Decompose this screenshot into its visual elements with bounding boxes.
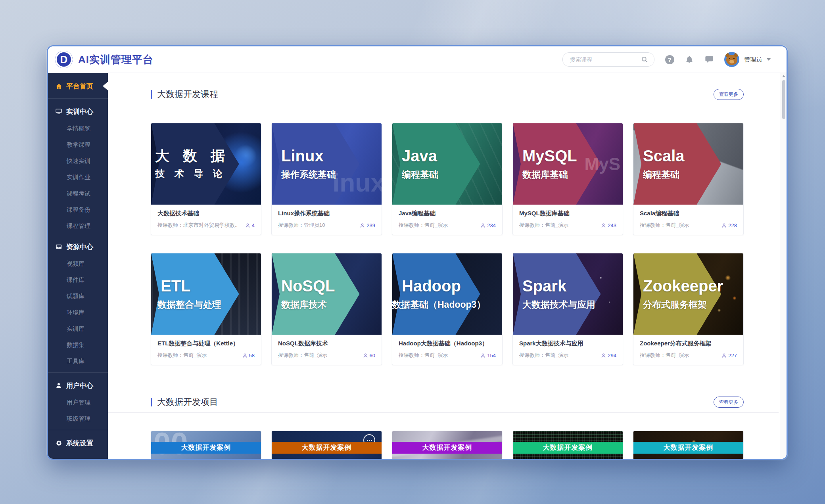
search-icon[interactable]: [640, 55, 649, 64]
project-card[interactable]: 大数据开发案例: [392, 431, 503, 459]
project-card[interactable]: 00 大数据开发案例: [151, 431, 261, 459]
sidebar-divider: [48, 372, 108, 373]
course-card[interactable]: Spark 大数据技术与应用 Spark大数据技术与应用 授课教师：售前_演示: [512, 253, 623, 365]
course-card[interactable]: Scala 编程基础 Scala编程基础 授课教师：售前_演示: [633, 123, 744, 235]
course-teacher: 授课教师：售前_演示: [640, 222, 689, 229]
sidebar-group-training-center[interactable]: 实训中心: [48, 103, 108, 120]
cover-subtitle: 大数据技术与应用: [522, 299, 623, 311]
search-box[interactable]: [562, 52, 654, 67]
sidebar-item-courseware-library[interactable]: 课件库: [48, 272, 108, 288]
cover-title: MySQL: [522, 147, 623, 165]
chevron-down-icon[interactable]: [767, 58, 771, 61]
course-card[interactable]: inux Linux 操作系统基础 Linux操作系统基础 授课: [271, 123, 382, 235]
sidebar-item-user-management[interactable]: 用户管理: [48, 394, 108, 410]
course-title[interactable]: Spark大数据技术与应用: [519, 340, 616, 347]
sidebar-item-training-library[interactable]: 实训库: [48, 320, 108, 337]
project-card[interactable]: 大数据开发案例: [271, 431, 382, 459]
sidebar-item-course-management[interactable]: 课程管理: [48, 218, 108, 234]
course-title[interactable]: MySQL数据库基础: [519, 210, 616, 217]
course-card[interactable]: Hadoop 大数据基础（Hadoop3） Hadoop大数据基础（Hadoop…: [392, 253, 503, 365]
user-avatar[interactable]: [724, 52, 739, 67]
search-input[interactable]: [569, 56, 640, 63]
course-card[interactable]: NoSQL 数据库技术 NoSQL数据库技术 授课教师：售前_演示: [271, 253, 382, 365]
count-value: 58: [249, 353, 255, 358]
cover-subtitle: 技 术 导 论: [155, 167, 261, 180]
course-title[interactable]: Linux操作系统基础: [278, 210, 375, 217]
course-student-count: 4: [245, 222, 255, 228]
view-more-projects-button[interactable]: 查看更多: [714, 397, 744, 408]
app-title: AI实训管理平台: [78, 53, 153, 67]
sidebar-item-teaching-courses[interactable]: 教学课程: [48, 136, 108, 153]
project-card[interactable]: 大数据开发案例: [633, 431, 744, 459]
course-meta: 授课教师：售前_演示 227: [640, 352, 737, 359]
course-card[interactable]: ETL 数据整合与处理 ETL数据整合与处理（Kettle） 授课教师：售前_演…: [151, 253, 261, 365]
browser-window: D AI实训管理平台 ?: [47, 45, 788, 460]
project-cover-image: 大数据开发案例: [513, 431, 623, 459]
project-card[interactable]: 大数据开发案例: [512, 431, 623, 459]
course-student-count: 228: [721, 222, 737, 228]
sidebar-item-datasets[interactable]: 数据集: [48, 337, 108, 353]
sidebar-divider: [48, 430, 108, 430]
sidebar-item-environment-library[interactable]: 环境库: [48, 304, 108, 320]
help-icon[interactable]: ?: [665, 55, 674, 64]
course-meta: 授课教师：售前_演示 60: [278, 352, 375, 359]
cover-text: Java 编程基础: [392, 123, 502, 205]
course-student-count: 60: [363, 353, 375, 358]
count-value: 227: [728, 353, 737, 358]
course-card[interactable]: Zookeeper 分布式服务框架 Zookeeper分布式服务框架 授课教师：…: [633, 253, 744, 365]
course-title[interactable]: Scala编程基础: [640, 210, 737, 217]
course-teacher: 授课教师：管理员10: [278, 222, 325, 229]
person-icon: [363, 353, 368, 358]
course-title[interactable]: Zookeeper分布式服务框架: [640, 340, 737, 347]
sidebar-item-tool-library[interactable]: 工具库: [48, 353, 108, 369]
vertical-scrollbar[interactable]: [781, 73, 787, 459]
course-teacher: 授课教师：售前_演示: [519, 352, 568, 359]
scrollbar-thumb[interactable]: [782, 80, 785, 119]
course-student-count: 58: [242, 353, 255, 358]
sidebar-item-training-homework[interactable]: 实训作业: [48, 169, 108, 185]
cover-subtitle: 操作系统基础: [281, 169, 382, 181]
app-logo-icon: D: [55, 51, 73, 68]
sidebar-group-resource-center[interactable]: 资源中心: [48, 238, 108, 255]
course-card-footer: Linux操作系统基础 授课教师：管理员10 239: [272, 205, 382, 235]
cover-text: Linux 操作系统基础: [272, 123, 382, 205]
course-title[interactable]: ETL数据整合与处理（Kettle）: [157, 340, 255, 347]
scroll-up-arrow-icon[interactable]: [782, 75, 785, 77]
sidebar-item-home[interactable]: 平台首页: [48, 77, 108, 95]
course-cover-image: Hadoop 大数据基础（Hadoop3）: [392, 253, 502, 335]
sidebar-item-course-exams[interactable]: 课程考试: [48, 185, 108, 201]
count-value: 239: [366, 222, 375, 228]
sidebar-item-quick-training[interactable]: 快速实训: [48, 153, 108, 169]
sidebar-group-user-center[interactable]: 用户中心: [48, 377, 108, 394]
course-card-footer: Zookeeper分布式服务框架 授课教师：售前_演示 227: [633, 335, 743, 365]
course-title[interactable]: Java编程基础: [399, 210, 496, 217]
cover-title: NoSQL: [281, 277, 382, 295]
notifications-bell-icon[interactable]: [685, 55, 694, 64]
view-more-courses-button[interactable]: 查看更多: [714, 89, 744, 100]
sidebar-item-question-bank[interactable]: 试题库: [48, 288, 108, 304]
sidebar-item-system-settings[interactable]: 系统设置: [48, 434, 108, 452]
course-cover-image: 大 数 据 技 术 导 论: [151, 123, 261, 205]
course-meta: 授课教师：北京市对外贸易学校教... 4: [157, 222, 255, 229]
sidebar: 平台首页 实训中心 学情概览 教学课程 快速实训 实训作业 课程考试 课程备份 …: [48, 73, 108, 459]
sidebar-item-class-management[interactable]: 班级管理: [48, 410, 108, 427]
course-card[interactable]: MyS MySQL 数据库基础 MySQL数据库基础 授课教师：: [512, 123, 623, 235]
section-divider: [108, 412, 779, 413]
user-name[interactable]: 管理员: [744, 56, 762, 63]
project-cover-image: 大数据开发案例: [392, 431, 502, 459]
course-title[interactable]: Hadoop大数据基础（Hadoop3）: [399, 340, 496, 347]
course-title[interactable]: 大数据技术基础: [157, 210, 255, 217]
course-title[interactable]: NoSQL数据库技术: [278, 340, 375, 347]
sidebar-item-course-backup[interactable]: 课程备份: [48, 201, 108, 218]
course-card[interactable]: 大 数 据 技 术 导 论 大数据技术基础 授课教师：北京市对外贸易学校教...: [151, 123, 261, 235]
bear-ear-right: [734, 53, 738, 57]
sidebar-item-video-library[interactable]: 视频库: [48, 255, 108, 272]
course-student-count: 234: [480, 222, 496, 228]
course-cover-image: Spark 大数据技术与应用: [513, 253, 623, 335]
cover-subtitle: 分布式服务框架: [643, 299, 743, 311]
messages-icon[interactable]: [704, 55, 714, 64]
course-card[interactable]: Java 编程基础 Java编程基础 授课教师：售前_演示: [392, 123, 503, 235]
section-title-row: 大数据开发课程: [151, 88, 218, 100]
sidebar-item-learning-overview[interactable]: 学情概览: [48, 120, 108, 136]
course-meta: 授课教师：售前_演示 228: [640, 222, 737, 229]
